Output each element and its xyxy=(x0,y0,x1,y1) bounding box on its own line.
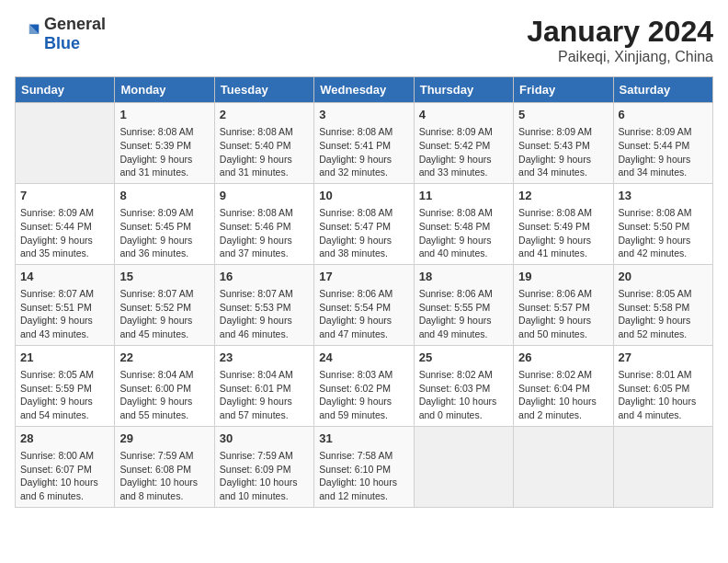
day-number: 23 xyxy=(220,350,309,366)
calendar-cell: 2Sunrise: 8:08 AMSunset: 5:40 PMDaylight… xyxy=(214,103,313,184)
day-number: 22 xyxy=(119,350,209,366)
day-info: Sunrise: 7:58 AMSunset: 6:10 PMDaylight:… xyxy=(319,449,408,503)
day-info: Sunrise: 8:08 AMSunset: 5:48 PMDaylight:… xyxy=(419,206,508,260)
day-number: 12 xyxy=(518,188,608,204)
calendar-cell: 8Sunrise: 8:09 AMSunset: 5:45 PMDaylight… xyxy=(115,183,214,264)
header-saturday: Saturday xyxy=(613,77,712,103)
day-number: 26 xyxy=(518,350,608,366)
calendar-cell: 23Sunrise: 8:04 AMSunset: 6:01 PMDayligh… xyxy=(214,345,313,426)
logo-icon xyxy=(15,21,40,47)
day-info: Sunrise: 8:02 AMSunset: 6:04 PMDaylight:… xyxy=(518,368,608,422)
day-number: 6 xyxy=(619,107,708,123)
day-number: 3 xyxy=(319,107,408,123)
calendar-cell: 24Sunrise: 8:03 AMSunset: 6:02 PMDayligh… xyxy=(314,345,414,426)
calendar-cell: 20Sunrise: 8:05 AMSunset: 5:58 PMDayligh… xyxy=(613,264,712,345)
day-info: Sunrise: 8:09 AMSunset: 5:42 PMDaylight:… xyxy=(419,125,508,179)
day-number: 11 xyxy=(419,188,508,204)
calendar-cell: 5Sunrise: 8:09 AMSunset: 5:43 PMDaylight… xyxy=(514,103,613,184)
day-number: 28 xyxy=(20,431,109,447)
day-info: Sunrise: 8:00 AMSunset: 6:07 PMDaylight:… xyxy=(20,449,109,503)
day-number: 21 xyxy=(20,350,109,366)
calendar-cell xyxy=(414,426,513,507)
header-friday: Friday xyxy=(514,77,613,103)
day-number: 18 xyxy=(419,269,508,285)
day-number: 7 xyxy=(20,188,109,204)
calendar-cell: 3Sunrise: 8:08 AMSunset: 5:41 PMDaylight… xyxy=(314,103,414,184)
day-number: 2 xyxy=(220,107,309,123)
logo-blue: Blue xyxy=(44,34,80,52)
day-info: Sunrise: 8:07 AMSunset: 5:52 PMDaylight:… xyxy=(119,287,209,341)
day-info: Sunrise: 8:08 AMSunset: 5:46 PMDaylight:… xyxy=(220,206,309,260)
day-number: 13 xyxy=(619,188,708,204)
day-info: Sunrise: 8:03 AMSunset: 6:02 PMDaylight:… xyxy=(319,368,408,422)
calendar-table: Sunday Monday Tuesday Wednesday Thursday… xyxy=(15,76,713,508)
calendar-cell: 13Sunrise: 8:08 AMSunset: 5:50 PMDayligh… xyxy=(613,183,712,264)
day-info: Sunrise: 7:59 AMSunset: 6:09 PMDaylight:… xyxy=(220,449,309,503)
calendar-cell: 19Sunrise: 8:06 AMSunset: 5:57 PMDayligh… xyxy=(514,264,613,345)
day-info: Sunrise: 8:01 AMSunset: 6:05 PMDaylight:… xyxy=(619,368,708,422)
calendar-cell: 15Sunrise: 8:07 AMSunset: 5:52 PMDayligh… xyxy=(115,264,214,345)
calendar-week-3: 14Sunrise: 8:07 AMSunset: 5:51 PMDayligh… xyxy=(16,264,713,345)
day-number: 15 xyxy=(119,269,209,285)
page-header: General Blue January 2024 Paikeqi, Xinji… xyxy=(15,15,713,65)
calendar-cell: 11Sunrise: 8:08 AMSunset: 5:48 PMDayligh… xyxy=(414,183,513,264)
calendar-cell: 28Sunrise: 8:00 AMSunset: 6:07 PMDayligh… xyxy=(16,426,115,507)
calendar-week-5: 28Sunrise: 8:00 AMSunset: 6:07 PMDayligh… xyxy=(16,426,713,507)
calendar-cell: 29Sunrise: 7:59 AMSunset: 6:08 PMDayligh… xyxy=(115,426,214,507)
day-number: 4 xyxy=(419,107,508,123)
day-number: 8 xyxy=(119,188,209,204)
day-info: Sunrise: 8:09 AMSunset: 5:43 PMDaylight:… xyxy=(518,125,608,179)
day-info: Sunrise: 8:05 AMSunset: 5:58 PMDaylight:… xyxy=(619,287,708,341)
calendar-cell xyxy=(613,426,712,507)
day-number: 30 xyxy=(220,431,309,447)
header-sunday: Sunday xyxy=(16,77,115,103)
day-info: Sunrise: 8:06 AMSunset: 5:54 PMDaylight:… xyxy=(319,287,408,341)
day-info: Sunrise: 8:09 AMSunset: 5:44 PMDaylight:… xyxy=(20,206,109,260)
day-number: 31 xyxy=(319,431,408,447)
calendar-cell xyxy=(16,103,115,184)
calendar-week-2: 7Sunrise: 8:09 AMSunset: 5:44 PMDaylight… xyxy=(16,183,713,264)
day-info: Sunrise: 8:08 AMSunset: 5:49 PMDaylight:… xyxy=(518,206,608,260)
day-info: Sunrise: 8:08 AMSunset: 5:41 PMDaylight:… xyxy=(319,125,408,179)
day-number: 29 xyxy=(119,431,209,447)
day-info: Sunrise: 7:59 AMSunset: 6:08 PMDaylight:… xyxy=(119,449,209,503)
day-number: 25 xyxy=(419,350,508,366)
logo-general: General xyxy=(44,15,106,33)
day-number: 14 xyxy=(20,269,109,285)
logo-text: General Blue xyxy=(44,15,106,53)
calendar-cell: 31Sunrise: 7:58 AMSunset: 6:10 PMDayligh… xyxy=(314,426,414,507)
day-info: Sunrise: 8:08 AMSunset: 5:39 PMDaylight:… xyxy=(119,125,209,179)
calendar-subtitle: Paikeqi, Xinjiang, China xyxy=(527,49,713,65)
calendar-week-1: 1Sunrise: 8:08 AMSunset: 5:39 PMDaylight… xyxy=(16,103,713,184)
calendar-cell: 9Sunrise: 8:08 AMSunset: 5:46 PMDaylight… xyxy=(214,183,313,264)
day-info: Sunrise: 8:02 AMSunset: 6:03 PMDaylight:… xyxy=(419,368,508,422)
day-info: Sunrise: 8:04 AMSunset: 6:01 PMDaylight:… xyxy=(220,368,309,422)
day-info: Sunrise: 8:08 AMSunset: 5:50 PMDaylight:… xyxy=(619,206,708,260)
header-thursday: Thursday xyxy=(414,77,513,103)
calendar-cell: 25Sunrise: 8:02 AMSunset: 6:03 PMDayligh… xyxy=(414,345,513,426)
day-info: Sunrise: 8:04 AMSunset: 6:00 PMDaylight:… xyxy=(119,368,209,422)
header-monday: Monday xyxy=(115,77,214,103)
day-info: Sunrise: 8:09 AMSunset: 5:44 PMDaylight:… xyxy=(619,125,708,179)
day-info: Sunrise: 8:06 AMSunset: 5:55 PMDaylight:… xyxy=(419,287,508,341)
calendar-cell: 6Sunrise: 8:09 AMSunset: 5:44 PMDaylight… xyxy=(613,103,712,184)
calendar-cell: 17Sunrise: 8:06 AMSunset: 5:54 PMDayligh… xyxy=(314,264,414,345)
header-tuesday: Tuesday xyxy=(214,77,313,103)
calendar-cell xyxy=(514,426,613,507)
day-number: 24 xyxy=(319,350,408,366)
day-number: 19 xyxy=(518,269,608,285)
calendar-cell: 16Sunrise: 8:07 AMSunset: 5:53 PMDayligh… xyxy=(214,264,313,345)
header-wednesday: Wednesday xyxy=(314,77,414,103)
day-info: Sunrise: 8:07 AMSunset: 5:53 PMDaylight:… xyxy=(220,287,309,341)
calendar-cell: 12Sunrise: 8:08 AMSunset: 5:49 PMDayligh… xyxy=(514,183,613,264)
logo: General Blue xyxy=(15,15,106,53)
day-info: Sunrise: 8:07 AMSunset: 5:51 PMDaylight:… xyxy=(20,287,109,341)
day-number: 5 xyxy=(518,107,608,123)
day-info: Sunrise: 8:08 AMSunset: 5:40 PMDaylight:… xyxy=(220,125,309,179)
title-block: January 2024 Paikeqi, Xinjiang, China xyxy=(527,15,713,65)
calendar-cell: 7Sunrise: 8:09 AMSunset: 5:44 PMDaylight… xyxy=(16,183,115,264)
day-info: Sunrise: 8:06 AMSunset: 5:57 PMDaylight:… xyxy=(518,287,608,341)
day-number: 10 xyxy=(319,188,408,204)
calendar-cell: 22Sunrise: 8:04 AMSunset: 6:00 PMDayligh… xyxy=(115,345,214,426)
day-info: Sunrise: 8:09 AMSunset: 5:45 PMDaylight:… xyxy=(119,206,209,260)
